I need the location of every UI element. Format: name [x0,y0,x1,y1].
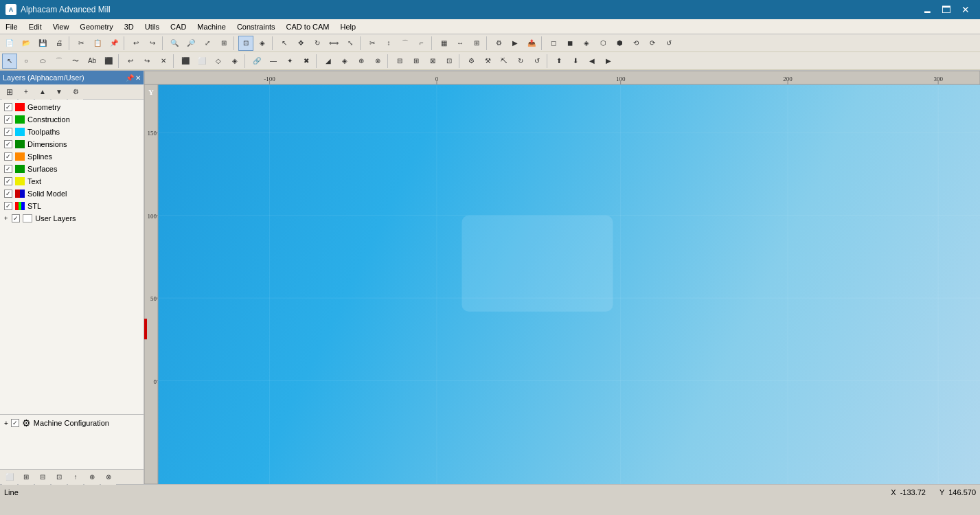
tb-view-3[interactable]: ⊠ [425,54,440,69]
tb-redo2[interactable]: ↪ [139,54,155,69]
panel-pin-icon[interactable]: 📌 [126,74,134,82]
panel-btn-2[interactable]: ⊞ [19,470,34,485]
tb-3d-8[interactable]: ↺ [661,36,676,51]
tb-layer[interactable]: ⊞ [469,36,484,51]
panel-tb-layers[interactable]: ⊞ [2,84,17,100]
tb-extra-4[interactable]: ▶ [601,54,616,69]
tb-undo2[interactable]: ↩ [123,54,138,69]
tb-save[interactable]: 💾 [35,36,50,51]
layer-checkbox-splines[interactable] [4,152,12,161]
tb-intersect[interactable]: ✖ [299,54,314,69]
panel-close-icon[interactable]: ✕ [135,74,141,82]
tb-draw-circle[interactable]: ○ [19,54,34,69]
tb-view-2[interactable]: ⊞ [409,54,424,69]
panel-btn-4[interactable]: ⊡ [52,470,67,485]
menu-cad-to-cam[interactable]: CAD to CAM [281,19,335,34]
tb-3d-4[interactable]: ⬡ [595,36,611,51]
panel-btn-1[interactable]: ⬜ [2,470,17,485]
layer-checkbox-dimensions[interactable] [4,140,12,148]
machine-expand-icon[interactable]: + [4,420,8,427]
layer-item-stl[interactable]: STL [0,200,144,212]
layer-checkbox-toolpaths[interactable] [4,128,12,136]
tb-cam-5[interactable]: ↺ [529,54,545,69]
layer-item-construction[interactable]: Construction [0,113,144,126]
tb-draw-spline[interactable]: 〜 [68,54,83,69]
titlebar-controls[interactable]: 🗕 🗖 ✕ [918,3,975,16]
menu-cad[interactable]: CAD [165,19,192,34]
tb-post[interactable]: 📤 [524,36,539,51]
tb-3d-7[interactable]: ⟳ [645,36,660,51]
tb-zoom-fit[interactable]: ⤢ [200,36,215,51]
layer-checkbox-geometry[interactable] [4,103,12,111]
tb-break[interactable]: — [266,54,281,69]
tb-dimension[interactable]: ↔ [453,36,468,51]
layer-item-toolpaths[interactable]: Toolpaths [0,126,144,138]
tb-extend[interactable]: ↕ [381,36,396,51]
tb-ungroup[interactable]: ⬜ [194,54,209,69]
tb-select[interactable]: ↖ [277,36,292,51]
tb-3d-1[interactable]: ◻ [546,36,561,51]
layer-checkbox-construction[interactable] [4,115,12,124]
tb-delete[interactable]: ✕ [156,54,171,69]
menu-utils[interactable]: Utils [139,19,165,34]
tb-snap-grid[interactable]: ⊡ [238,36,253,51]
panel-tb-up[interactable]: ▲ [35,84,50,100]
tb-chamfer[interactable]: ⌐ [414,36,429,51]
tb-snap-point[interactable]: ◈ [255,36,270,51]
tb-rotate[interactable]: ↻ [310,36,325,51]
menu-edit[interactable]: Edit [23,19,47,34]
layer-item-user-layers[interactable]: + User Layers [0,212,144,225]
menu-geometry[interactable]: Geometry [74,19,118,34]
tb-cam-2[interactable]: ⚒ [480,54,495,69]
layer-item-geometry[interactable]: Geometry [0,101,144,113]
tb-snap-nearest[interactable]: ⊗ [370,54,385,69]
layer-item-text[interactable]: Text [0,175,144,187]
layer-checkbox-stl[interactable] [4,202,12,210]
tb-cam-1[interactable]: ⚙ [464,54,479,69]
tb-cam-4[interactable]: ↻ [513,54,528,69]
tb-offset[interactable]: ◈ [227,54,242,69]
tb-simulate[interactable]: ▶ [508,36,523,51]
tb-move[interactable]: ✥ [293,36,308,51]
panel-tb-down[interactable]: ▼ [52,84,67,100]
maximize-button[interactable]: 🗖 [937,3,955,16]
tb-cut[interactable]: ✂ [73,36,89,51]
tb-join[interactable]: 🔗 [249,54,264,69]
close-button[interactable]: ✕ [957,3,975,16]
tb-draw-ellipse[interactable]: ⬭ [35,54,50,69]
tb-view-4[interactable]: ⊡ [442,54,457,69]
tb-extra-1[interactable]: ⬆ [551,54,567,69]
tb-draw-select[interactable]: ↖ [2,54,17,69]
tb-copy[interactable]: 📋 [90,36,105,51]
menu-help[interactable]: Help [335,19,362,34]
tb-draw-rect[interactable]: ⬛ [101,54,116,69]
layer-checkbox-user-layers[interactable] [12,214,20,222]
tb-3d-5[interactable]: ⬢ [612,36,627,51]
canvas-area[interactable] [144,71,980,484]
tb-redo[interactable]: ↪ [145,36,160,51]
tb-print[interactable]: 🖨 [52,36,67,51]
tb-3d-3[interactable]: ◈ [579,36,594,51]
layer-item-surfaces[interactable]: Surfaces [0,163,144,175]
tb-boolean[interactable]: ◇ [211,54,226,69]
tb-extra-3[interactable]: ◀ [584,54,600,69]
menu-view[interactable]: View [47,19,75,34]
tb-mirror[interactable]: ⟺ [326,36,341,51]
panel-btn-5[interactable]: ↑ [68,470,83,485]
tb-snap-end[interactable]: ◢ [321,54,336,69]
panel-tb-settings[interactable]: ⚙ [68,84,83,100]
tb-explode[interactable]: ✦ [282,54,297,69]
tb-toolpath[interactable]: ⚙ [491,36,506,51]
tb-open[interactable]: 📂 [19,36,34,51]
tb-3d-2[interactable]: ◼ [562,36,578,51]
tb-snap-center[interactable]: ⊕ [354,54,369,69]
layer-item-dimensions[interactable]: Dimensions [0,138,144,150]
machine-checkbox[interactable] [11,419,19,427]
layer-checkbox-surfaces[interactable] [4,165,12,173]
menu-file[interactable]: File [0,19,23,34]
panel-btn-3[interactable]: ⊟ [35,470,50,485]
tb-scale[interactable]: ⤡ [343,36,358,51]
menu-constraints[interactable]: Constraints [231,19,281,34]
layer-checkbox-text[interactable] [4,177,12,185]
tb-zoom-out[interactable]: 🔎 [183,36,198,51]
